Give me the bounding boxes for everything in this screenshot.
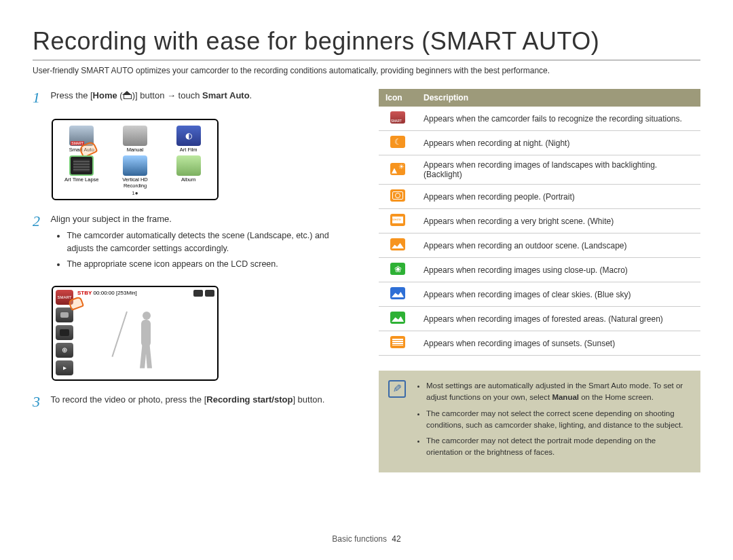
menu-album: Album [164, 155, 213, 189]
menu-label: Vertical HD Recording [111, 177, 160, 189]
arrow-icon: → [167, 90, 176, 100]
step-number: 3 [33, 393, 48, 411]
smart-auto-icon [69, 126, 94, 146]
white-scene-icon [390, 214, 405, 226]
menu-art-film: Art Film [164, 126, 213, 153]
smart-auto-label: Smart Auto [202, 90, 250, 100]
table-cell: Appears when the camcorder fails to reco… [417, 107, 700, 131]
step-3: 3 To record the video or photo, press th… [33, 393, 354, 411]
menu-smart-auto: Smart Auto [57, 126, 107, 153]
landscape-icon [390, 238, 405, 250]
table-row: Appears when recording images using clos… [379, 258, 700, 282]
table-row: Appears when recording people. (Portrait… [379, 185, 700, 209]
stby-label: STBY [77, 290, 92, 296]
note-box: Most settings are automatically adjusted… [379, 371, 700, 472]
page-title: Recording with ease for beginners (SMART… [33, 27, 700, 60]
step-2: 2 Align your subject in the frame. The c… [33, 212, 354, 274]
blue-sky-icon [390, 287, 405, 299]
table-cell: Appears when recording a very bright sce… [417, 209, 700, 234]
table-cell: Appears when recording images of sunsets… [417, 331, 700, 356]
table-cell: Appears when recording at night. (Night) [417, 131, 700, 155]
home-label: Home [93, 90, 117, 100]
table-row: Appears when recording a very bright sce… [379, 209, 700, 234]
text: Press the [ [50, 90, 92, 100]
table-row: Appears when recording at night. (Night) [379, 131, 700, 155]
step-text: Align your subject in the frame. [50, 214, 171, 224]
text: To record the video or photo, press the … [50, 394, 206, 405]
backlight-icon [390, 163, 405, 175]
sunset-icon [390, 336, 405, 348]
smart-default-icon [390, 111, 405, 124]
text: ] button. [293, 394, 324, 405]
menu-label: Smart Auto [57, 147, 107, 153]
page-footer: Basic functions 42 [0, 534, 733, 544]
table-row: Appears when recording images of sunsets… [379, 331, 700, 356]
lcd-zoom-icon [56, 343, 73, 358]
table-cell: Appears when recording images of landsca… [417, 155, 700, 185]
text: touch [176, 90, 202, 100]
table-row: Appears when the camcorder fails to reco… [379, 107, 700, 131]
menu-art-time-lapse: Art Time Lapse [57, 155, 107, 189]
note-item: Most settings are automatically adjusted… [426, 380, 690, 404]
bullet-item: The appropriate scene icon appears on th… [67, 258, 353, 271]
menu-vertical-hd: Vertical HD Recording [111, 155, 160, 189]
pointing-hand-icon [69, 298, 84, 313]
table-row: Appears when recording images of landsca… [379, 155, 700, 185]
recording-time: 00:00:00 [253Min] [94, 290, 137, 296]
album-icon [176, 155, 201, 176]
right-column: Icon Description Appears when the camcor… [379, 89, 700, 472]
table-cell: Appears when recording images of foreste… [417, 307, 700, 331]
table-cell: Appears when recording images using clos… [417, 258, 700, 282]
left-column: 1 Press the [Home ()] button → touch Sma… [33, 89, 354, 472]
menu-label: Art Film [164, 147, 213, 153]
table-row: Appears when recording images of clear s… [379, 282, 700, 307]
bullet-item: The camcorder automatically detects the … [67, 229, 353, 255]
battery-icon [193, 290, 203, 297]
table-row: Appears when recording an outdoor scene.… [379, 234, 700, 258]
macro-icon [390, 263, 405, 275]
menu-label: Album [164, 177, 213, 183]
manual-icon [123, 126, 147, 146]
step-number: 2 [33, 212, 48, 230]
table-cell: Appears when recording images of clear s… [417, 282, 700, 307]
subject-silhouette [128, 305, 168, 373]
time-lapse-icon [69, 155, 94, 176]
natural-green-icon [390, 312, 405, 324]
menu-manual: Manual [111, 126, 160, 153]
table-row: Appears when recording images of foreste… [379, 307, 700, 331]
menu-label: Art Time Lapse [57, 177, 107, 183]
vertical-hd-icon [123, 155, 147, 176]
lcd-screenshot: SMART STBY 00:00:00 [253Min] [52, 286, 219, 381]
note-icon [388, 380, 406, 398]
page-indicator: 1● [57, 190, 213, 196]
intro-text: User-friendly SMART AUTO optimizes your … [33, 66, 700, 75]
home-menu-screenshot: Smart Auto Manual Art Film Art Time Laps… [52, 119, 219, 200]
table-header-description: Description [417, 89, 700, 107]
table-cell: Appears when recording an outdoor scene.… [417, 234, 700, 258]
note-item: The camcorder may not select the correct… [426, 408, 690, 432]
night-icon [390, 136, 405, 148]
text: )] button [132, 90, 167, 100]
note-item: The camcorder may not detect the portrai… [426, 435, 690, 459]
step-1: 1 Press the [Home ()] button → touch Sma… [33, 89, 354, 107]
lcd-camera-icon [56, 325, 73, 340]
step-number: 1 [33, 89, 48, 107]
lcd-play-icon [56, 360, 73, 375]
table-header-icon: Icon [379, 89, 417, 107]
art-film-icon [176, 126, 201, 146]
portrait-icon [390, 189, 405, 202]
recording-button-label: Recording start/stop [206, 394, 293, 405]
text: . [250, 90, 252, 100]
page-number: 42 [392, 534, 400, 544]
table-cell: Appears when recording people. (Portrait… [417, 185, 700, 209]
home-icon [123, 91, 132, 99]
scene-icon-table: Icon Description Appears when the camcor… [379, 89, 700, 356]
card-icon [205, 290, 214, 297]
section-label: Basic functions [332, 534, 387, 544]
menu-label: Manual [111, 147, 160, 153]
